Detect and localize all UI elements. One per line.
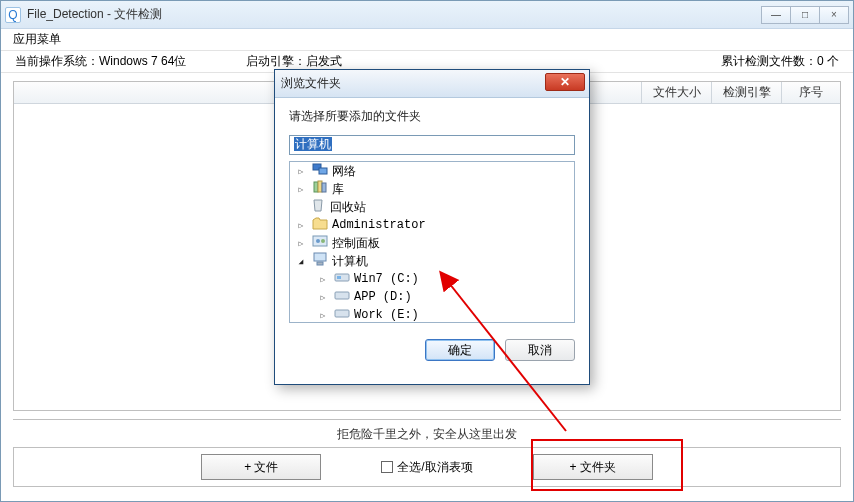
tree-item-network[interactable]: ▷ 网络 [290,162,574,180]
os-label: 当前操作系统：Windows 7 64位 [15,53,186,70]
svg-rect-13 [335,310,349,317]
chevron-right-icon[interactable]: ▷ [296,238,306,248]
select-all-label: 全选/取消表项 [397,459,472,476]
tree-label: 库 [332,181,344,198]
control-panel-icon [312,234,328,252]
tree-label: 回收站 [330,199,366,216]
folder-tree[interactable]: ▷ 网络 ▷ 库 回收站 [289,161,575,323]
maximize-button[interactable]: □ [790,6,820,24]
svg-rect-12 [335,292,349,299]
add-file-button[interactable]: + 文件 [201,454,321,480]
computer-icon [312,252,328,270]
dialog-close-button[interactable]: ✕ [545,73,585,91]
menubar: 应用菜单 [1,29,853,51]
add-folder-button[interactable]: + 文件夹 [533,454,653,480]
chevron-right-icon[interactable]: ▷ [296,166,306,176]
select-all-checkbox[interactable] [381,461,393,473]
tree-label: APP (D:) [354,290,412,304]
svg-rect-2 [314,182,318,192]
tree-label: Administrator [332,218,426,232]
minimize-button[interactable]: — [761,6,791,24]
folder-path-input[interactable]: 计算机 [289,135,575,155]
column-index[interactable]: 序号 [782,82,840,103]
svg-point-7 [321,239,325,243]
window-title: File_Detection - 文件检测 [27,6,162,23]
main-titlebar: Q File_Detection - 文件检测 — □ × [1,1,853,29]
dialog-prompt: 请选择所要添加的文件夹 [289,108,575,125]
tree-label: 控制面板 [332,235,380,252]
tree-label: Win7 (C:) [354,272,419,286]
app-icon: Q [5,7,21,23]
svg-rect-3 [318,181,322,192]
library-icon [312,180,328,198]
dialog-titlebar: 浏览文件夹 ✕ [275,70,589,98]
app-menu[interactable]: 应用菜单 [13,31,61,48]
select-all-wrap[interactable]: 全选/取消表项 [381,459,472,476]
svg-rect-4 [322,183,326,192]
drive-icon [334,288,350,306]
slogan-text: 拒危险千里之外，安全从这里出发 [13,419,841,443]
tree-item-control[interactable]: ▷ 控制面板 [290,234,574,252]
browse-folder-dialog: 浏览文件夹 ✕ 请选择所要添加的文件夹 计算机 ▷ 网络 ▷ [274,69,590,385]
tree-item-admin[interactable]: ▷ Administrator [290,216,574,234]
recycle-bin-icon [310,198,326,216]
tree-item-app[interactable]: ▷ APP (D:) [290,288,574,306]
svg-rect-9 [317,262,323,265]
dialog-ok-button[interactable]: 确定 [425,339,495,361]
tree-label: Work (E:) [354,308,419,322]
user-folder-icon [312,216,328,234]
column-engine[interactable]: 检测引擎 [712,82,782,103]
chevron-right-icon[interactable]: ▷ [318,274,328,284]
dialog-title: 浏览文件夹 [281,75,341,92]
drive-icon [334,306,350,323]
tree-item-library[interactable]: ▷ 库 [290,180,574,198]
chevron-right-icon[interactable]: ▷ [318,310,328,320]
tree-item-work[interactable]: ▷ Work (E:) [290,306,574,323]
tree-label: 计算机 [332,253,368,270]
close-button[interactable]: × [819,6,849,24]
svg-rect-8 [314,253,326,261]
tree-item-win7[interactable]: ▷ Win7 (C:) [290,270,574,288]
chevron-right-icon[interactable]: ▷ [296,184,306,194]
bottom-bar: + 文件 全选/取消表项 + 文件夹 [13,447,841,487]
svg-rect-1 [319,168,327,174]
count-label: 累计检测文件数：0 个 [721,53,839,70]
chevron-down-icon[interactable]: ◢ [296,256,306,266]
main-window: Q File_Detection - 文件检测 — □ × 应用菜单 当前操作系… [0,0,854,502]
svg-point-6 [316,239,320,243]
svg-rect-11 [337,276,341,279]
folder-path-value: 计算机 [294,137,332,151]
drive-icon [334,270,350,288]
network-icon [312,162,328,180]
boot-engine-label: 启动引擎：启发式 [246,53,342,70]
dialog-cancel-button[interactable]: 取消 [505,339,575,361]
chevron-right-icon[interactable]: ▷ [296,220,306,230]
tree-item-computer[interactable]: ◢ 计算机 [290,252,574,270]
column-size[interactable]: 文件大小 [642,82,712,103]
tree-label: 网络 [332,163,356,180]
tree-item-recycle[interactable]: 回收站 [290,198,574,216]
chevron-right-icon[interactable]: ▷ [318,292,328,302]
